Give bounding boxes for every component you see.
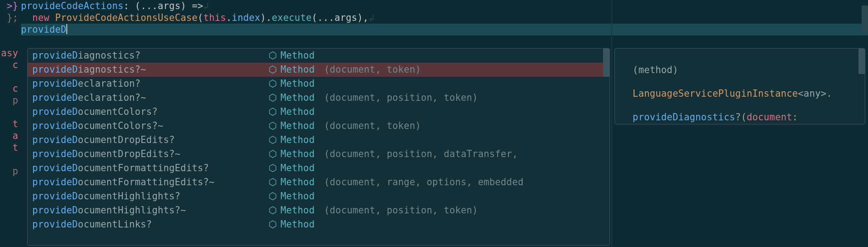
suggestion-label: provideDocumentFormattingEdits?: [32, 161, 269, 175]
method-icon: ⬡: [269, 203, 277, 217]
gutter-line: asy: [0, 47, 18, 59]
suggestion-kind: ⬡Method: [269, 203, 314, 217]
suggestion-label: provideDeclaration?: [32, 77, 269, 91]
suggestion-item[interactable]: provideDocumentFormattingEdits?~⬡Method …: [28, 175, 609, 189]
method-icon: ⬡: [269, 161, 277, 175]
suggestion-kind: ⬡Method: [269, 63, 314, 77]
suggestion-kind: ⬡Method: [269, 217, 314, 232]
suggestion-detail: (document, token): [318, 63, 421, 77]
suggestion-widget[interactable]: provideDiagnostics?⬡MethodprovideDiagnos…: [27, 48, 610, 246]
code-area[interactable]: provideCodeActions: (...args) =>↲ new Pr…: [21, 0, 868, 35]
suggestion-detail: (document, token): [318, 119, 421, 133]
method-icon: ⬡: [269, 49, 277, 63]
gutter-line: >}: [0, 0, 18, 12]
editor-split-separator[interactable]: [611, 0, 612, 247]
suggestion-item[interactable]: provideDocumentDropEdits?~⬡Method (docum…: [28, 147, 609, 161]
gutter-line: t: [0, 142, 18, 153]
suggestion-item[interactable]: provideDocumentDropEdits?⬡Method: [28, 133, 609, 147]
suggestion-kind: ⬡Method: [269, 147, 314, 161]
gutter-line: [0, 106, 18, 118]
method-icon: ⬡: [269, 77, 277, 91]
suggestion-kind: ⬡Method: [269, 133, 314, 147]
gutter-line: p: [0, 94, 18, 106]
suggestion-kind: ⬡Method: [269, 189, 314, 203]
suggestion-detail: (document, position, token): [318, 91, 478, 105]
gutter-line: a: [0, 130, 18, 142]
gutter-line: t: [0, 118, 18, 130]
suggestion-scrollbar[interactable]: [603, 49, 609, 77]
suggestion-detail: (document, range, options, embedded: [318, 175, 524, 189]
suggestion-kind: ⬡Method: [269, 77, 314, 91]
suggestion-kind: ⬡Method: [269, 119, 314, 133]
suggestion-label: provideDiagnostics?~: [32, 63, 269, 77]
suggestion-item[interactable]: provideDocumentHighlights?~⬡Method (docu…: [28, 203, 609, 217]
gutter-line: };: [0, 12, 18, 24]
suggestion-item[interactable]: provideDocumentColors?~⬡Method (document…: [28, 119, 609, 133]
method-icon: ⬡: [269, 105, 277, 119]
gutter-line: [0, 153, 18, 165]
suggestion-label: provideDocumentColors?: [32, 105, 269, 119]
suggestion-item[interactable]: provideDocumentFormattingEdits?⬡Method: [28, 161, 609, 175]
method-icon: ⬡: [269, 189, 277, 203]
suggestion-label: provideDocumentHighlights?~: [32, 203, 269, 217]
doc-kind: (method): [633, 64, 678, 75]
code-line-active: provideD: [21, 24, 868, 35]
suggestion-detail: (document, position, token): [318, 203, 478, 217]
gutter: >} }; asy c c p t a t p: [0, 0, 21, 247]
suggestion-detail: (document, position, dataTransfer,: [318, 147, 518, 161]
suggestion-label: provideDocumentLinks?: [32, 217, 269, 232]
method-icon: ⬡: [269, 91, 277, 105]
suggestion-item[interactable]: provideDiagnostics?⬡Method: [28, 49, 609, 63]
code-line: provideCodeActions: (...args) =>↲: [21, 0, 868, 12]
method-icon: ⬡: [269, 147, 277, 161]
suggestion-item[interactable]: provideDocumentLinks?⬡Method: [28, 217, 609, 232]
cursor: [66, 24, 67, 34]
documentation-widget: (method) LanguageServicePluginInstance<a…: [614, 48, 865, 124]
suggestion-label: provideDocumentDropEdits?: [32, 133, 269, 147]
gutter-line: p: [0, 165, 18, 177]
suggestion-item[interactable]: provideDeclaration?⬡Method: [28, 77, 609, 91]
suggestion-label: provideDocumentColors?~: [32, 119, 269, 133]
suggestion-kind: ⬡Method: [269, 161, 314, 175]
doc-method: provideDiagnostics: [633, 112, 735, 123]
doc-scrollbar[interactable]: [858, 49, 865, 74]
suggestion-label: provideDocumentDropEdits?~: [32, 147, 269, 161]
doc-type: LanguageServicePluginInstance: [633, 88, 798, 99]
suggestion-item[interactable]: provideDocumentHighlights?⬡Method: [28, 189, 609, 203]
code-line: new ProvideCodeActionsUseCase(this.index…: [21, 12, 868, 24]
suggestion-label: provideDeclaration?~: [32, 91, 269, 105]
suggestion-item[interactable]: provideDeclaration?~⬡Method (document, p…: [28, 91, 609, 105]
gutter-line: [0, 24, 18, 35]
suggestion-kind: ⬡Method: [269, 105, 314, 119]
gutter-line: c: [0, 59, 18, 71]
suggestion-kind: ⬡Method: [269, 175, 314, 189]
gutter-line: [0, 35, 18, 47]
method-icon: ⬡: [269, 119, 277, 133]
suggestion-kind: ⬡Method: [269, 49, 314, 63]
method-icon: ⬡: [269, 175, 277, 189]
suggestion-item[interactable]: provideDiagnostics?~⬡Method (document, t…: [28, 63, 609, 77]
suggestion-item[interactable]: provideDocumentColors?⬡Method: [28, 105, 609, 119]
suggestion-label: provideDiagnostics?: [32, 49, 269, 63]
method-icon: ⬡: [269, 63, 277, 77]
editor-scrollbar[interactable]: [862, 5, 868, 33]
suggestion-label: provideDocumentHighlights?: [32, 189, 269, 203]
gutter-line: c: [0, 83, 18, 94]
method-icon: ⬡: [269, 217, 277, 232]
method-icon: ⬡: [269, 133, 277, 147]
gutter-line: [0, 71, 18, 83]
suggestion-kind: ⬡Method: [269, 91, 314, 105]
suggestion-label: provideDocumentFormattingEdits?~: [32, 175, 269, 189]
